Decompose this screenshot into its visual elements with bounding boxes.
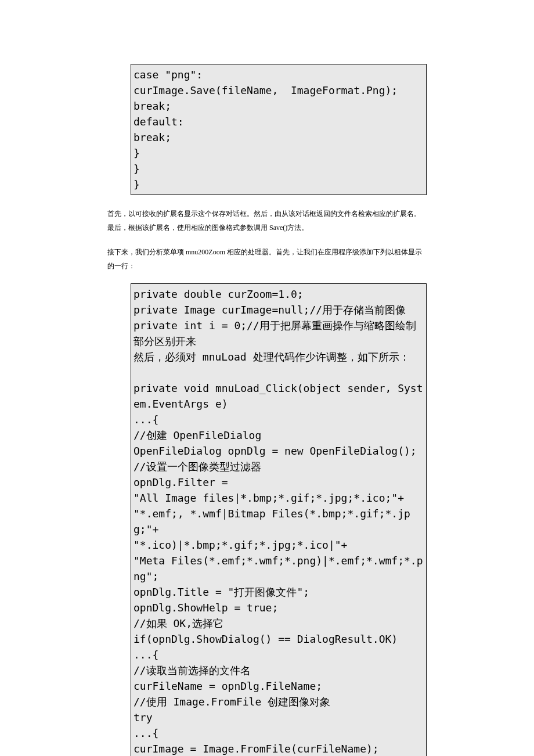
document-page: case "png": curImage.Save(fileName, Imag… — [0, 0, 534, 756]
prose-paragraph-1: 首先，以可接收的扩展名显示这个保存对话框。然后，由从该对话框返回的文件名检索相应… — [107, 207, 427, 235]
code-block-2: private double curZoom=1.0; private Imag… — [131, 283, 427, 756]
prose-paragraph-2: 接下来，我们分析菜单项 mnu200Zoom 相应的处理器。首先，让我们在应用程… — [107, 245, 427, 273]
code-block-1: case "png": curImage.Save(fileName, Imag… — [131, 64, 427, 195]
